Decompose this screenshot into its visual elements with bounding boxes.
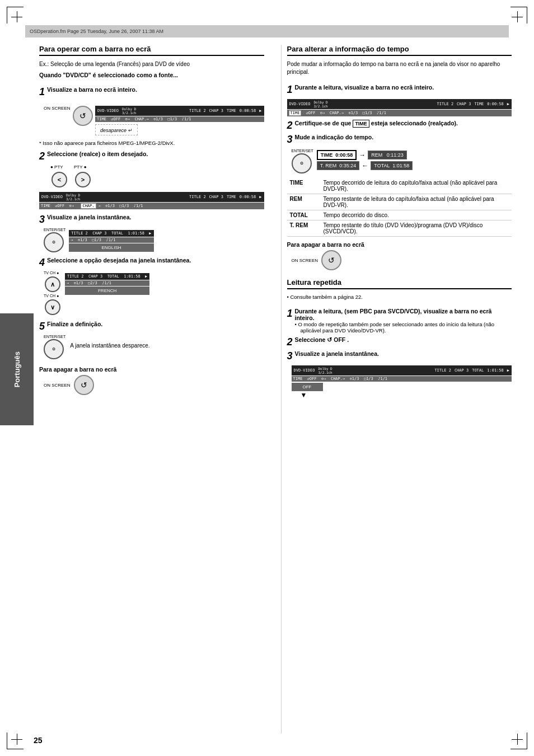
left-section-block: Para operar com a barra no ecrã Ex.: Sel… <box>39 45 264 78</box>
right-button[interactable]: > <box>75 172 91 187</box>
popup4-row: → ⊙1/3 □2/3 ♪1/1 <box>67 281 111 285</box>
osd1-dolby: Dolby D3/2.1ch <box>122 107 136 115</box>
osd2-time-val: 0:00:58 <box>240 195 256 199</box>
repeat-step-1-num: 1 <box>287 308 293 320</box>
table-key-total: TOTAL <box>287 210 321 220</box>
table-val-total: Tempo decorrido do disco. <box>321 210 512 220</box>
repeat-section-block: Leitura repetida • Consulte também a pág… <box>287 278 512 300</box>
left-column: Para operar com a barra no ecrã Ex.: Sel… <box>34 45 270 734</box>
arrow-1: → <box>359 151 366 159</box>
repeat-osd-play: ▶ <box>507 368 509 373</box>
right-osd1-chap: CHAP 3 <box>457 102 471 106</box>
step-1-row: 1 Visualize a barra no ecrã inteiro. <box>39 86 264 98</box>
right-osd1-play: ▶ <box>507 102 509 106</box>
enter-button-5[interactable]: ⊙ <box>44 339 64 359</box>
tv-ch-up-label: TV CH ● <box>44 271 62 275</box>
osd1-chap: CHAP 3 <box>209 109 223 113</box>
down-button[interactable]: ∨ <box>45 299 60 315</box>
crosshair-br <box>512 734 523 745</box>
repeat-popup-arrow: ▼ <box>292 391 512 399</box>
up-button[interactable]: ∧ <box>45 276 60 292</box>
osd1-time-label: TIME <box>227 109 236 113</box>
left-button[interactable]: < <box>51 172 67 187</box>
time-row-1: TIME 0:00:58 → REM 0:11:23 <box>317 150 413 160</box>
right-step-1-row: 1 Durante a leitura, visualize a barra n… <box>287 84 512 96</box>
osd2-chap-highlight: CHAP. <box>81 203 96 209</box>
main-content: Para operar com a barra no ecrã Ex.: Sel… <box>34 45 517 734</box>
repeat-step-2-row: 2 Seleccione ↺ OFF . <box>287 336 512 348</box>
pty-left-area: ● PTY < <box>50 165 68 189</box>
enter-set-label-r: ENTER/SET <box>292 149 313 153</box>
right-column: Para alterar a informação do tempo Pode … <box>281 45 518 734</box>
step-5-number: 5 <box>39 321 45 332</box>
enter-button-3[interactable]: ⊙ <box>44 232 64 252</box>
repeat-step-2-num: 2 <box>287 336 293 348</box>
repeat-osd: DVD-VIDEO Dolby D3/2.1ch TITLE 2 CHAP 3 … <box>292 365 512 399</box>
step-1-number: 1 <box>39 86 45 98</box>
time-box-time: TIME 0:00:58 <box>317 150 357 160</box>
repeat-osd-dvd: DVD-VIDEO <box>294 368 315 373</box>
step-2-text: Seleccione (realce) o item desejado. <box>47 151 148 157</box>
enter-button-r[interactable]: ⊙ <box>292 153 312 173</box>
repeat-osd-bottom: TIME ↺OFF ⊙→ CHAP.→ ⊙1/3 □1/3 ♪1/1 <box>293 377 388 381</box>
arrow-2: ← <box>362 162 368 170</box>
right-step-2-row: 2 Certifique-se de que TIME esteja selec… <box>287 120 512 132</box>
on-screen-button-2[interactable]: ↺ <box>74 375 94 395</box>
osd2-dvdvideo: DVD-VIDEO <box>41 195 63 199</box>
repeat-step-1-subbullet: • O modo de repetição também pode ser se… <box>295 321 512 334</box>
popup4-title: TITLE 2 CHAP 3 TOTAL 1:01:58 ▶ <box>67 274 147 279</box>
right-intro: Pode mudar a informação do tempo na barr… <box>287 60 512 76</box>
mpeg-note: * Isso não aparece para ficheiros MPEG-1… <box>39 140 264 146</box>
step-4-number: 4 <box>39 257 45 269</box>
step5-area: ENTER/SET ⊙ A janela instantânea despare… <box>44 335 264 359</box>
right-osd1-time: TIME <box>474 102 484 106</box>
osd1-bottom: TIME ↺OFF ⊙→ CHAP.→ ⊙1/3 □1/3 ♪1/1 <box>97 117 191 121</box>
sidebar: Português <box>0 313 34 425</box>
on-screen-label-1: ON SCREEN <box>44 106 71 111</box>
popup3-lang: ENGLISH <box>69 243 153 252</box>
right-step-1-text: Durante a leitura, visualize a barra no … <box>295 84 434 91</box>
osd-screen-box-1: ↺ <box>73 106 93 126</box>
step-4-row: 4 Seleccione a opção desejada na janela … <box>39 257 264 269</box>
repeat-step-3-row: 3 Visualize a janela instantânea. <box>287 350 512 362</box>
popup3-row: → ⊙1/3 □1/3 ♪1/1 <box>71 238 115 242</box>
step-2-row: 2 Seleccione (realce) o item desejado. <box>39 151 264 162</box>
step4-area: TV CH ● ∧ TV CH ● ∨ TITLE 2 CHAP 3 TOTAL… <box>44 271 264 316</box>
osd-step1: ON SCREEN ↺ DVD-VIDEO Dolby D3/2.1ch TIT… <box>44 106 264 135</box>
osd1-time-val: 0:00:58 <box>240 109 256 113</box>
time-sequence-area: ENTER/SET ⊙ TIME 0:00:58 → REM 0:11:23 T… <box>292 149 512 173</box>
time-boxes: TIME 0:00:58 → REM 0:11:23 T. REM 0:35:2… <box>317 150 413 170</box>
osd2-title: TITLE 2 <box>189 195 206 199</box>
repeat-step-3-text: Visualize a janela instantânea. <box>295 350 379 357</box>
table-row-time: TIME Tempo decorrido de leitura do capít… <box>287 178 512 194</box>
right-osd1-title: TITLE 2 <box>437 102 454 106</box>
repeat-step-2-text: Seleccione ↺ OFF . <box>295 336 349 343</box>
right-apagar-area: ON SCREEN ↺ <box>292 250 512 270</box>
repeat-bullet: • Consulte também a página 22. <box>287 294 512 300</box>
step-5-text: Finalize a definição. <box>47 321 102 327</box>
info-table: TIME Tempo decorrido de leitura do capít… <box>287 178 512 237</box>
on-screen-button-r[interactable]: ↺ <box>321 250 341 270</box>
right-step-2-num: 2 <box>287 120 293 132</box>
on-screen-button-1[interactable]: ↺ <box>73 106 93 126</box>
table-key-rem: REM <box>287 194 321 210</box>
step-1-text: Visualize a barra no ecrã inteiro. <box>47 86 137 93</box>
popup-3-box: TITLE 2 CHAP 3 TOTAL 1:01:58 ▶ → ⊙1/3 □1… <box>69 230 153 252</box>
enter-set-label-5: ENTER/SET <box>44 335 65 339</box>
osd2-chap: CHAP 3 <box>209 195 223 199</box>
step-5-row: 5 Finalize a definição. <box>39 321 264 332</box>
osd1-dvdvideo: DVD-VIDEO <box>97 109 119 113</box>
step-3-row: 3 Visualize a janela instantânea. <box>39 214 264 226</box>
repeat-osd-title: TITLE 2 <box>434 368 451 373</box>
right-osd1-dolby: Dolby D3/2.1ch <box>313 100 327 108</box>
left-para-apagar: Para apagar a barra no ecrã <box>39 366 264 373</box>
osd2-bottom-row: TIME ↺OFF ⊙→ <box>41 204 78 208</box>
left-bold-intro: Quando "DVD/CD" é seleccionado como a fo… <box>39 72 264 78</box>
right-osd1-time-highlight: TIME <box>289 110 302 116</box>
step-4-text: Seleccione a opção desejada na janela in… <box>47 257 191 264</box>
right-step-3-row: 3 Mude a indicação do tempo. <box>287 134 512 145</box>
osd2-play: ▶ <box>259 195 261 199</box>
on-screen-label-2: ON SCREEN <box>44 383 71 388</box>
repeat-step-1-content: Durante a leitura, (sem PBC para SVCD/VC… <box>295 308 512 335</box>
osd-step2: DVD-VIDEO Dolby D3/2.1ch TITLE 2 CHAP 3 … <box>39 192 264 209</box>
